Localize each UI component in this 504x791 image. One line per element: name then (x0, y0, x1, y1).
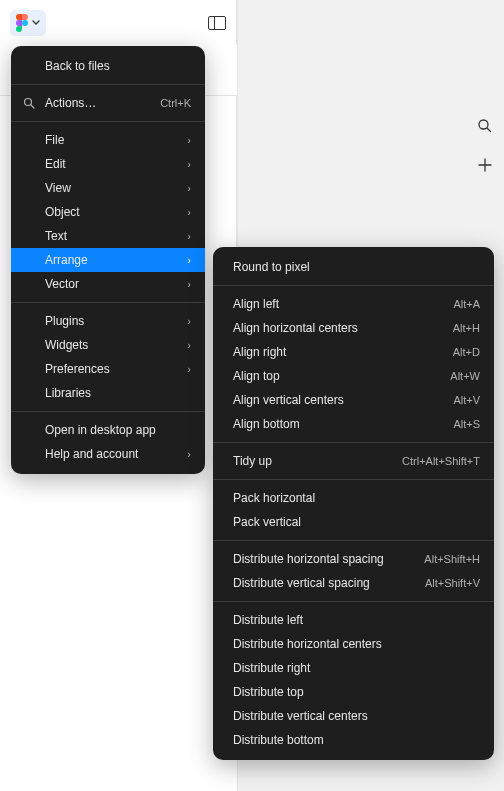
menu-distribute-vertical-centers[interactable]: Distribute vertical centers (213, 704, 494, 728)
menu-pack-horizontal[interactable]: Pack horizontal (213, 486, 494, 510)
chevron-right-icon: › (187, 158, 191, 170)
menu-plugins[interactable]: Plugins› (11, 309, 205, 333)
menu-align-top[interactable]: Align topAlt+W (213, 364, 494, 388)
menu-separator (11, 411, 205, 412)
menu-arrange[interactable]: Arrange› (11, 248, 205, 272)
menu-view[interactable]: View› (11, 176, 205, 200)
menu-separator (213, 601, 494, 602)
search-icon (23, 97, 35, 109)
chevron-right-icon: › (187, 230, 191, 242)
menu-distribute-right[interactable]: Distribute right (213, 656, 494, 680)
menu-distribute-left[interactable]: Distribute left (213, 608, 494, 632)
chevron-right-icon: › (187, 363, 191, 375)
menu-actions[interactable]: Actions… Ctrl+K (11, 91, 205, 115)
menu-distribute-vertical-spacing[interactable]: Distribute vertical spacingAlt+Shift+V (213, 571, 494, 595)
menu-tidy-up[interactable]: Tidy upCtrl+Alt+Shift+T (213, 449, 494, 473)
svg-point-0 (22, 20, 28, 26)
menu-back-to-files[interactable]: Back to files (11, 54, 205, 78)
chevron-right-icon: › (187, 339, 191, 351)
chevron-right-icon: › (187, 278, 191, 290)
menu-text[interactable]: Text› (11, 224, 205, 248)
menu-open-desktop[interactable]: Open in desktop app (11, 418, 205, 442)
top-toolbar (0, 0, 237, 45)
menu-align-left[interactable]: Align leftAlt+A (213, 292, 494, 316)
menu-file[interactable]: File› (11, 128, 205, 152)
plus-icon[interactable] (478, 158, 492, 176)
menu-edit[interactable]: Edit› (11, 152, 205, 176)
menu-libraries[interactable]: Libraries (11, 381, 205, 405)
menu-separator (213, 285, 494, 286)
menu-align-right[interactable]: Align rightAlt+D (213, 340, 494, 364)
menu-separator (11, 121, 205, 122)
search-icon[interactable] (477, 118, 492, 137)
chevron-right-icon: › (187, 134, 191, 146)
chevron-right-icon: › (187, 206, 191, 218)
menu-distribute-horizontal-centers[interactable]: Distribute horizontal centers (213, 632, 494, 656)
menu-object[interactable]: Object› (11, 200, 205, 224)
svg-line-2 (487, 128, 491, 132)
menu-pack-vertical[interactable]: Pack vertical (213, 510, 494, 534)
menu-separator (11, 84, 205, 85)
menu-align-horizontal-centers[interactable]: Align horizontal centersAlt+H (213, 316, 494, 340)
menu-align-bottom[interactable]: Align bottomAlt+S (213, 412, 494, 436)
chevron-right-icon: › (187, 448, 191, 460)
figma-menu-button[interactable] (10, 10, 46, 36)
menu-distribute-horizontal-spacing[interactable]: Distribute horizontal spacingAlt+Shift+H (213, 547, 494, 571)
figma-logo-icon (16, 14, 28, 32)
svg-line-6 (31, 105, 34, 108)
menu-separator (11, 302, 205, 303)
menu-align-vertical-centers[interactable]: Align vertical centersAlt+V (213, 388, 494, 412)
chevron-right-icon: › (187, 182, 191, 194)
arrange-submenu: Round to pixel Align leftAlt+A Align hor… (213, 247, 494, 760)
panel-toggle-icon[interactable] (208, 16, 226, 30)
menu-distribute-top[interactable]: Distribute top (213, 680, 494, 704)
menu-vector[interactable]: Vector› (11, 272, 205, 296)
menu-widgets[interactable]: Widgets› (11, 333, 205, 357)
menu-preferences[interactable]: Preferences› (11, 357, 205, 381)
svg-point-5 (25, 99, 32, 106)
menu-separator (213, 442, 494, 443)
menu-separator (213, 540, 494, 541)
chevron-down-icon (32, 19, 40, 27)
menu-round-to-pixel[interactable]: Round to pixel (213, 255, 494, 279)
menu-help-account[interactable]: Help and account› (11, 442, 205, 466)
main-menu: Back to files Actions… Ctrl+K File› Edit… (11, 46, 205, 474)
menu-separator (213, 479, 494, 480)
chevron-right-icon: › (187, 315, 191, 327)
menu-distribute-bottom[interactable]: Distribute bottom (213, 728, 494, 752)
chevron-right-icon: › (187, 254, 191, 266)
